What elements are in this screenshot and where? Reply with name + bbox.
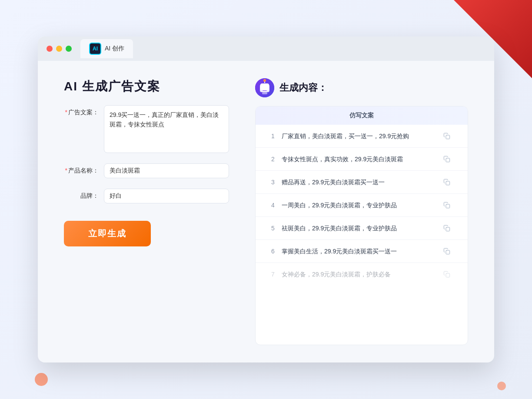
results-column-header: 仿写文案 bbox=[282, 112, 442, 120]
browser-window: AI AI 创作 AI 生成广告文案 *广告文案： 29.9买一送一，真正的厂家… bbox=[38, 37, 494, 362]
svg-rect-8 bbox=[446, 135, 450, 139]
svg-rect-14 bbox=[446, 273, 450, 277]
svg-rect-13 bbox=[446, 250, 450, 254]
product-name-required-star: * bbox=[65, 167, 67, 174]
result-item: 6掌握美白生活，29.9元美白淡斑霜买一送一 bbox=[256, 240, 468, 263]
results-table-header: 仿写文案 bbox=[256, 106, 468, 125]
svg-rect-11 bbox=[446, 204, 450, 208]
result-number: 5 bbox=[264, 225, 282, 232]
copy-icon[interactable] bbox=[442, 131, 452, 141]
result-text: 厂家直销，美白淡斑霜，买一送一，29.9元抢购 bbox=[282, 132, 442, 141]
svg-point-2 bbox=[263, 79, 266, 82]
svg-rect-3 bbox=[260, 84, 269, 92]
ad-copy-group: *广告文案： 29.9买一送一，真正的厂家直销，美白淡斑霜，专抹女性斑点 bbox=[64, 105, 229, 153]
result-item: 4一周美白，29.9元美白淡斑霜，专业护肤品 bbox=[256, 194, 468, 217]
copy-icon[interactable] bbox=[442, 223, 452, 233]
content-area: AI 生成广告文案 *广告文案： 29.9买一送一，真正的厂家直销，美白淡斑霜，… bbox=[38, 61, 494, 362]
copy-icon[interactable] bbox=[442, 154, 452, 164]
svg-rect-10 bbox=[446, 181, 450, 185]
result-item: 5祛斑美白，29.9元美白淡斑霜，专业护肤品 bbox=[256, 217, 468, 240]
result-text: 掌握美白生活，29.9元美白淡斑霜买一送一 bbox=[282, 247, 442, 256]
copy-icon[interactable] bbox=[442, 177, 452, 187]
ad-copy-required-star: * bbox=[65, 109, 67, 116]
corner-decoration-bottom-right bbox=[497, 382, 506, 390]
result-number: 2 bbox=[264, 156, 282, 163]
svg-point-4 bbox=[261, 86, 264, 89]
svg-rect-6 bbox=[263, 90, 267, 91]
result-number: 3 bbox=[264, 179, 282, 186]
copy-icon[interactable] bbox=[442, 200, 452, 210]
result-text: 一周美白，29.9元美白淡斑霜，专业护肤品 bbox=[282, 201, 442, 210]
result-text: 女神必备，29.9元美白淡斑霜，护肤必备 bbox=[282, 270, 442, 279]
robot-icon bbox=[255, 78, 274, 97]
results-list: 1厂家直销，美白淡斑霜，买一送一，29.9元抢购 2专抹女性斑点，真实功效，29… bbox=[256, 125, 468, 286]
svg-point-5 bbox=[266, 86, 268, 89]
minimize-button[interactable] bbox=[56, 46, 62, 52]
result-number: 7 bbox=[264, 271, 282, 278]
generate-button[interactable]: 立即生成 bbox=[64, 221, 151, 246]
result-text: 祛斑美白，29.9元美白淡斑霜，专业护肤品 bbox=[282, 224, 442, 233]
right-panel: 生成内容： 仿写文案 1厂家直销，美白淡斑霜，买一送一，29.9元抢购 2专抹女… bbox=[255, 78, 468, 345]
title-bar: AI AI 创作 bbox=[38, 37, 494, 61]
result-number: 6 bbox=[264, 248, 282, 255]
results-container: 仿写文案 1厂家直销，美白淡斑霜，买一送一，29.9元抢购 2专抹女性斑点，真实… bbox=[255, 106, 468, 345]
result-item: 2专抹女性斑点，真实功效，29.9元美白淡斑霜 bbox=[256, 148, 468, 171]
result-item: 7女神必备，29.9元美白淡斑霜，护肤必备 bbox=[256, 263, 468, 286]
window-controls bbox=[47, 46, 72, 52]
maximize-button[interactable] bbox=[66, 46, 72, 52]
product-name-group: *产品名称： bbox=[64, 163, 229, 178]
product-name-input[interactable] bbox=[104, 163, 229, 178]
right-header: 生成内容： bbox=[255, 78, 468, 97]
svg-rect-7 bbox=[262, 92, 267, 94]
ad-copy-textarea[interactable]: 29.9买一送一，真正的厂家直销，美白淡斑霜，专抹女性斑点 bbox=[104, 105, 229, 153]
ai-icon: AI bbox=[89, 43, 101, 55]
result-text: 赠品再送，29.9元美白淡斑霜买一送一 bbox=[282, 178, 442, 187]
result-item: 3赠品再送，29.9元美白淡斑霜买一送一 bbox=[256, 171, 468, 194]
copy-icon[interactable] bbox=[442, 269, 452, 279]
brand-group: 品牌： bbox=[64, 189, 229, 203]
ai-tab[interactable]: AI AI 创作 bbox=[80, 39, 133, 58]
result-number: 4 bbox=[264, 202, 282, 209]
tab-label: AI 创作 bbox=[105, 45, 124, 53]
ad-copy-label: *广告文案： bbox=[64, 105, 99, 116]
result-item: 1厂家直销，美白淡斑霜，买一送一，29.9元抢购 bbox=[256, 125, 468, 148]
results-title: 生成内容： bbox=[279, 81, 327, 94]
result-number: 1 bbox=[264, 133, 282, 140]
corner-decoration-bottom-left bbox=[35, 373, 48, 386]
svg-rect-9 bbox=[446, 158, 450, 162]
close-button[interactable] bbox=[47, 46, 53, 52]
result-text: 专抹女性斑点，真实功效，29.9元美白淡斑霜 bbox=[282, 155, 442, 164]
svg-rect-12 bbox=[446, 227, 450, 231]
page-title: AI 生成广告文案 bbox=[64, 78, 229, 95]
brand-input[interactable] bbox=[104, 189, 229, 203]
copy-icon[interactable] bbox=[442, 246, 452, 256]
product-name-label: *产品名称： bbox=[64, 163, 99, 175]
brand-label: 品牌： bbox=[64, 189, 99, 200]
left-panel: AI 生成广告文案 *广告文案： 29.9买一送一，真正的厂家直销，美白淡斑霜，… bbox=[64, 78, 229, 345]
